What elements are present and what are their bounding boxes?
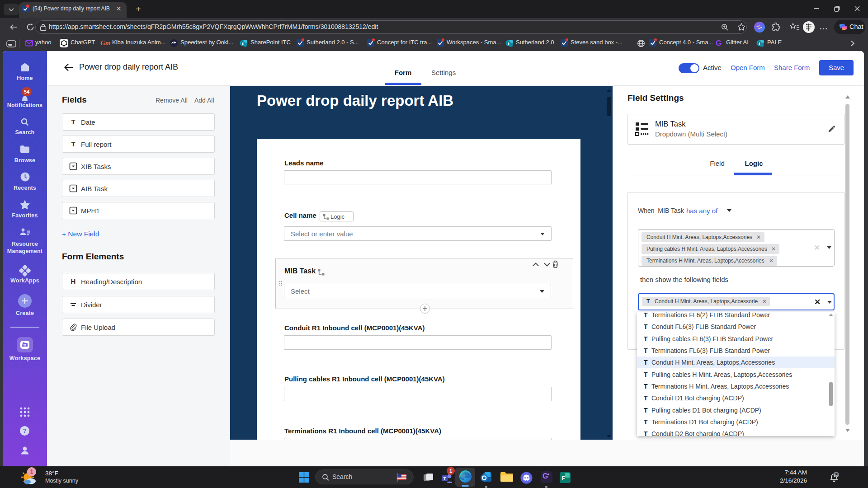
svg-text:s: s — [758, 41, 760, 46]
svg-text:EZ: EZ — [834, 473, 838, 476]
svg-text:s: s — [241, 41, 244, 46]
svg-text:F: F — [561, 475, 565, 482]
svg-text:T: T — [443, 476, 446, 481]
svg-text:s: s — [507, 41, 509, 46]
